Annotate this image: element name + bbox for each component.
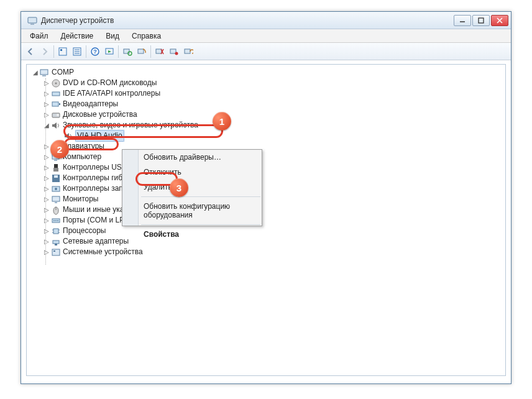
- usb-icon: [51, 163, 61, 173]
- toolbar-separator: [118, 45, 119, 58]
- expander-icon[interactable]: ▷: [43, 99, 50, 109]
- expander-icon[interactable]: ▷: [43, 236, 50, 247]
- ctx-update-drivers[interactable]: Обновить драйверы…: [122, 150, 262, 165]
- svg-rect-38: [52, 154, 59, 159]
- forward-button[interactable]: [38, 45, 52, 58]
- ctx-delete[interactable]: Удалить: [122, 180, 262, 195]
- tree-item[interactable]: ▷IDE ATA/ATAPI контроллеры: [29, 88, 503, 99]
- expander-icon[interactable]: ▷: [43, 215, 50, 226]
- svg-point-28: [55, 82, 57, 84]
- tree-item[interactable]: ▷Компьютер: [29, 152, 503, 162]
- toolbar: ?: [21, 43, 511, 60]
- svg-rect-26: [42, 75, 46, 76]
- svg-marker-34: [52, 122, 57, 129]
- tree-item[interactable]: ▷Порты (COM и LPT): [29, 215, 503, 226]
- ctx-disable[interactable]: Отключить: [122, 165, 262, 180]
- expander-icon[interactable]: ▷: [43, 162, 50, 173]
- controller-icon: [51, 89, 61, 99]
- expander-icon[interactable]: ▷: [43, 109, 50, 120]
- svg-rect-46: [52, 196, 60, 201]
- tree-label: COMP: [52, 67, 74, 78]
- toolbar-separator: [53, 45, 54, 58]
- expander-icon[interactable]: ◢: [43, 120, 50, 131]
- toolbar-icon[interactable]: [167, 45, 181, 58]
- expander-icon[interactable]: ▷: [43, 78, 50, 88]
- expander-icon[interactable]: ▷: [43, 88, 50, 99]
- ctx-properties[interactable]: Свойства: [122, 227, 262, 242]
- expander-icon[interactable]: ▷: [43, 183, 50, 194]
- tree-item[interactable]: ▷Видеоадаптеры: [29, 99, 503, 109]
- tree-root[interactable]: ◢ COMP: [29, 67, 503, 78]
- tree-item[interactable]: ▷Мониторы: [29, 194, 503, 204]
- cpu-icon: [51, 226, 61, 236]
- toolbar-icon[interactable]: [153, 45, 167, 58]
- expander-icon[interactable]: ▷: [43, 152, 50, 162]
- tree-label: Мониторы: [63, 194, 98, 204]
- tree-guideline: [45, 78, 46, 265]
- tree-item[interactable]: ▷Клавиатуры: [29, 141, 503, 152]
- tree-label: Контроллеры USB: [63, 162, 127, 173]
- toolbar-icon[interactable]: [181, 45, 195, 58]
- device-manager-window: Диспетчер устройств Файл Действие Вид Сп…: [21, 11, 511, 384]
- menu-help[interactable]: Справка: [126, 30, 167, 42]
- expander-icon[interactable]: ▷: [43, 247, 50, 257]
- titlebar: Диспетчер устройств: [21, 12, 511, 29]
- svg-marker-15: [108, 50, 111, 53]
- svg-rect-60: [55, 244, 57, 245]
- port-icon: [51, 216, 61, 226]
- toolbar-icon[interactable]: [70, 45, 84, 58]
- tree-item[interactable]: ▷Мыши и иные указывающие устройства: [29, 204, 503, 215]
- svg-point-45: [55, 188, 57, 190]
- expander-icon[interactable]: ▷: [43, 204, 50, 215]
- expander-icon[interactable]: ▷: [43, 226, 50, 236]
- back-button[interactable]: [24, 45, 37, 58]
- expander-icon[interactable]: ◢: [32, 67, 39, 78]
- svg-rect-3: [479, 18, 484, 23]
- storage-controller-icon: [51, 184, 61, 194]
- tree-item[interactable]: ▷Сетевые адаптеры: [29, 236, 503, 247]
- tree-item[interactable]: ▷Системные устройства: [29, 247, 503, 257]
- context-menu-separator: [141, 224, 260, 225]
- svg-rect-1: [30, 24, 34, 25]
- expander-icon[interactable]: ▷: [43, 194, 50, 204]
- tree-label: Клавиатуры: [63, 141, 104, 152]
- tree-item[interactable]: ▷Дисковые устройства: [29, 109, 503, 120]
- expander-icon[interactable]: ▷: [43, 141, 50, 152]
- maximize-button[interactable]: [472, 15, 490, 26]
- svg-rect-7: [60, 49, 62, 51]
- svg-rect-24: [185, 49, 190, 53]
- keyboard-icon: [51, 142, 61, 152]
- mouse-icon: [51, 205, 61, 215]
- tree-item[interactable]: ▷Контроллеры гибких дисков: [29, 173, 503, 183]
- expander-icon[interactable]: ▷: [43, 173, 50, 183]
- tree-item-via-audio[interactable]: VIA HD Audio: [29, 131, 503, 141]
- help-button[interactable]: ?: [88, 45, 102, 58]
- device-tree[interactable]: ◢ COMP ▷DVD и CD-ROM дисководы ▷IDE ATA/…: [27, 65, 505, 260]
- speaker-icon: [63, 131, 73, 141]
- computer-icon: [51, 152, 61, 162]
- svg-point-33: [57, 114, 59, 116]
- tree-label: IDE ATA/ATAPI контроллеры: [63, 88, 160, 99]
- toolbar-icon[interactable]: [135, 45, 149, 58]
- toolbar-icon[interactable]: [121, 45, 134, 58]
- tree-label: Процессоры: [63, 226, 106, 236]
- system-icon: [51, 247, 61, 257]
- app-icon: [27, 16, 37, 25]
- tree-item[interactable]: ▷Контроллеры USB: [29, 162, 503, 173]
- tree-item[interactable]: ▷Процессоры: [29, 226, 503, 236]
- svg-rect-6: [59, 48, 66, 55]
- toolbar-icon[interactable]: [56, 45, 70, 58]
- tree-item[interactable]: ▷Контроллеры запоминающих устройств: [29, 183, 503, 194]
- menu-view[interactable]: Вид: [99, 30, 126, 42]
- menu-action[interactable]: Действие: [55, 30, 100, 42]
- minimize-button[interactable]: [454, 15, 471, 26]
- toolbar-icon[interactable]: [103, 45, 116, 58]
- tree-item-sound[interactable]: ◢Звуковые, видео и игровые устройства: [29, 120, 503, 131]
- svg-rect-40: [54, 164, 58, 168]
- tree-item[interactable]: ▷DVD и CD-ROM дисководы: [29, 78, 503, 88]
- svg-rect-61: [52, 249, 60, 255]
- ctx-rescan[interactable]: Обновить конфигурацию оборудования: [122, 199, 262, 222]
- svg-rect-43: [54, 175, 58, 178]
- menu-file[interactable]: Файл: [24, 30, 55, 42]
- close-button[interactable]: [491, 15, 508, 26]
